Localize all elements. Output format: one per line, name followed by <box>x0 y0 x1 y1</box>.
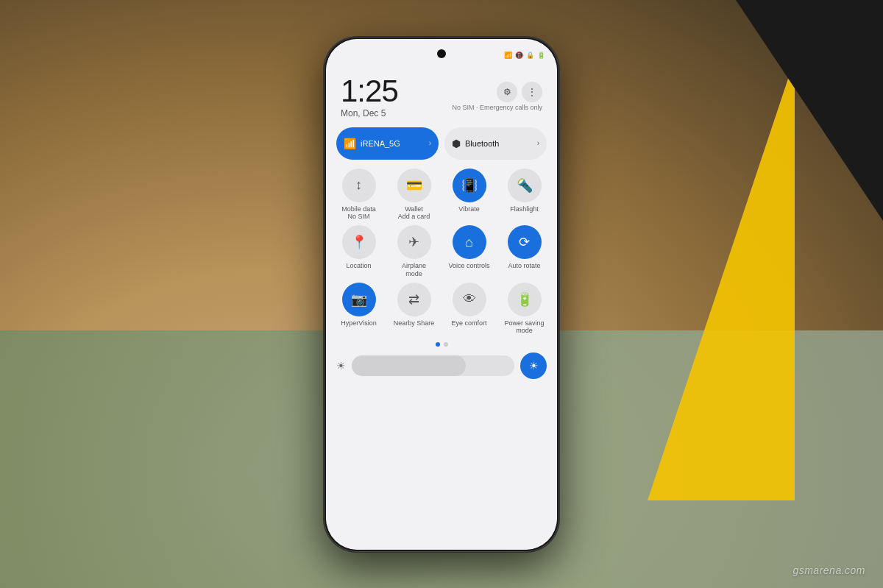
mobile-data-label: Mobile dataNo SIM <box>341 205 376 222</box>
more-button[interactable]: ⋮ <box>522 82 542 102</box>
brightness-min-icon: ☀ <box>336 360 346 372</box>
hypervision-icon: 📷 <box>351 291 367 308</box>
flashlight-tile[interactable]: 🔦 Flashlight <box>499 169 550 222</box>
wifi-toggle-arrow: › <box>429 139 431 147</box>
brightness-fill <box>352 355 466 376</box>
phone-body: 📶 📵 🔒 🔋 1:25 Mon, Dec 5 ⚙ <box>324 37 559 552</box>
airplane-icon-wrap: ✈ <box>397 225 431 259</box>
phone-screen: 📶 📵 🔒 🔋 1:25 Mon, Dec 5 ⚙ <box>326 39 557 550</box>
power-saving-label: Power savingmode <box>504 319 544 336</box>
wallet-icon-wrap: 💳 <box>397 169 431 202</box>
header-right: ⚙ ⋮ No SIM · Emergency calls only <box>452 76 542 111</box>
brightness-track[interactable] <box>352 355 514 376</box>
nearby-share-icon: ⇄ <box>408 291 419 308</box>
location-icon-wrap: 📍 <box>342 225 376 259</box>
header-icons: ⚙ ⋮ <box>497 82 542 102</box>
wallet-tile[interactable]: 💳 WalletAdd a card <box>389 169 439 222</box>
eye-comfort-icon-wrap: 👁 <box>453 283 486 316</box>
eye-comfort-icon: 👁 <box>463 291 476 307</box>
wifi-toggle-label: iRENA_5G <box>361 139 400 148</box>
camera-hole <box>437 49 446 58</box>
power-saving-icon: 🔋 <box>517 291 533 308</box>
hypervision-icon-wrap: 📷 <box>342 283 376 316</box>
dot-2 <box>444 342 448 347</box>
power-saving-icon-wrap: 🔋 <box>508 283 542 316</box>
brightness-row: ☀ ☀ <box>326 353 557 379</box>
voice-controls-label: Voice controls <box>448 262 489 270</box>
nearby-share-icon-wrap: ⇄ <box>397 283 431 316</box>
page-indicator <box>326 335 557 351</box>
nearby-share-tile[interactable]: ⇄ Nearby Share <box>389 283 439 336</box>
brightness-max-icon: ☀ <box>529 360 539 372</box>
bluetooth-toggle-arrow: › <box>537 139 539 147</box>
auto-rotate-icon-wrap: ⟳ <box>508 225 542 259</box>
lock-icon: 🔒 <box>526 52 534 59</box>
settings-button[interactable]: ⚙ <box>497 82 517 102</box>
wallet-icon: 💳 <box>406 177 422 194</box>
wifi-toggle[interactable]: 📶 iRENA_5G › <box>336 127 439 160</box>
power-saving-tile[interactable]: 🔋 Power savingmode <box>499 283 550 336</box>
eye-comfort-label: Eye comfort <box>451 319 486 327</box>
auto-rotate-tile[interactable]: ⟳ Auto rotate <box>499 225 550 278</box>
hypervision-label: HyperVision <box>341 319 376 327</box>
quick-settings-grid: ↕ Mobile dataNo SIM 💳 WalletAdd a card <box>326 169 557 336</box>
vibrate-label: Vibrate <box>458 205 479 213</box>
battery-icon: 🔋 <box>537 52 545 59</box>
bluetooth-toggle-icon: ⬢ <box>452 138 461 149</box>
wifi-toggle-icon: 📶 <box>344 138 356 149</box>
toggle-row: 📶 iRENA_5G › ⬢ Bluetooth › <box>326 124 557 163</box>
voice-controls-tile[interactable]: ⌂ Voice controls <box>444 225 494 278</box>
airplane-icon: ✈ <box>408 234 419 250</box>
mobile-data-icon: ↕ <box>355 177 362 193</box>
time-value: 1:25 <box>341 76 398 107</box>
vibrate-icon: 📳 <box>461 177 478 194</box>
auto-rotate-label: Auto rotate <box>508 262 540 270</box>
date-value: Mon, Dec 5 <box>341 108 398 118</box>
vibrate-icon-wrap: 📳 <box>453 169 486 202</box>
auto-rotate-icon: ⟳ <box>519 234 530 250</box>
mobile-data-tile[interactable]: ↕ Mobile dataNo SIM <box>333 169 384 222</box>
mobile-data-icon-wrap: ↕ <box>342 169 376 202</box>
flashlight-icon-wrap: 🔦 <box>508 169 542 202</box>
dot-1 <box>436 342 440 347</box>
flashlight-label: Flashlight <box>510 205 539 213</box>
phone-wrap: 📶 📵 🔒 🔋 1:25 Mon, Dec 5 ⚙ <box>324 37 559 552</box>
airplane-label: Airplanemode <box>402 262 426 278</box>
airplane-tile[interactable]: ✈ Airplanemode <box>389 225 439 278</box>
brightness-max-button[interactable]: ☀ <box>520 353 547 379</box>
voice-controls-icon-wrap: ⌂ <box>453 225 486 259</box>
flashlight-icon: 🔦 <box>517 177 533 194</box>
wallet-label: WalletAdd a card <box>398 205 430 222</box>
status-icons: 📶 📵 🔒 🔋 <box>504 52 545 59</box>
location-tile[interactable]: 📍 Location <box>333 225 384 278</box>
yellow-decoration <box>648 59 795 500</box>
hypervision-tile[interactable]: 📷 HyperVision <box>333 283 384 336</box>
vibrate-tile[interactable]: 📳 Vibrate <box>444 169 494 222</box>
eye-comfort-tile[interactable]: 👁 Eye comfort <box>444 283 494 336</box>
bluetooth-toggle[interactable]: ⬢ Bluetooth › <box>444 127 547 160</box>
quick-settings-panel: 1:25 Mon, Dec 5 ⚙ ⋮ No SIM · Emergency c… <box>326 39 557 550</box>
location-icon: 📍 <box>351 234 367 250</box>
wifi-status-icon: 📶 <box>504 52 512 59</box>
watermark: gsmarena.com <box>792 564 865 576</box>
bluetooth-toggle-label: Bluetooth <box>465 139 499 148</box>
sim-status: No SIM · Emergency calls only <box>452 104 542 111</box>
signal-icon: 📵 <box>515 52 523 59</box>
voice-controls-icon: ⌂ <box>465 235 473 250</box>
nearby-share-label: Nearby Share <box>394 319 435 327</box>
time-display: 1:25 Mon, Dec 5 <box>341 76 398 118</box>
location-label: Location <box>346 262 371 270</box>
